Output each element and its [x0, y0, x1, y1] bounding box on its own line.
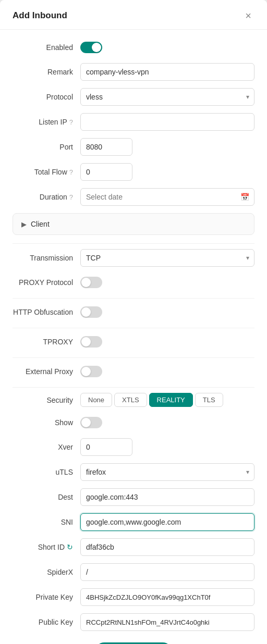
- sni-label: SNI: [13, 518, 80, 526]
- remark-label: Remark: [13, 68, 80, 76]
- modal-title: Add Inbound: [13, 10, 67, 21]
- xver-row: Xver: [13, 438, 254, 456]
- close-icon-button[interactable]: ×: [242, 9, 254, 22]
- show-toggle[interactable]: [80, 417, 102, 428]
- transmission-row: Transmission TCP mKCP WebSocket HTTP/2 g…: [13, 249, 254, 267]
- divider-5: [13, 387, 254, 388]
- spiderx-input[interactable]: [80, 563, 254, 581]
- add-inbound-modal: Add Inbound × Enabled Remark Protocol vl…: [0, 0, 267, 644]
- short-id-row: Short ID ↻: [13, 538, 254, 556]
- external-proxy-toggle[interactable]: [80, 366, 102, 377]
- tproxy-row: TPROXY: [13, 333, 254, 350]
- enabled-row: Enabled: [13, 39, 254, 56]
- listen-ip-label: Listen IP ?: [13, 118, 80, 126]
- protocol-select-wrapper: vless vmess trojan shadowsocks ▾: [80, 88, 254, 106]
- private-key-row: Private Key: [13, 588, 254, 606]
- divider-3: [13, 328, 254, 328]
- private-key-input[interactable]: [80, 588, 254, 606]
- total-flow-input[interactable]: [80, 163, 132, 181]
- security-buttons-group: None XTLS REALITY TLS: [80, 393, 254, 407]
- security-row: Security None XTLS REALITY TLS: [13, 393, 254, 407]
- http-obfuscation-label: HTTP Obfuscation: [13, 308, 80, 316]
- duration-input[interactable]: [80, 188, 254, 206]
- security-reality-button[interactable]: REALITY: [149, 393, 193, 407]
- divider-4: [13, 357, 254, 358]
- refresh-icon[interactable]: ↻: [67, 543, 73, 551]
- sni-input[interactable]: [80, 513, 254, 531]
- http-obfuscation-row: HTTP Obfuscation: [13, 304, 254, 320]
- transmission-label: Transmission: [13, 254, 80, 262]
- protocol-label: Protocol: [13, 93, 80, 101]
- xver-label: Xver: [13, 443, 80, 451]
- external-proxy-row: External Proxy: [13, 363, 254, 380]
- total-flow-row: Total Flow ?: [13, 163, 254, 181]
- utls-select[interactable]: firefox chrome safari ios android: [80, 463, 254, 481]
- modal-header: Add Inbound ×: [0, 0, 267, 30]
- xver-input[interactable]: [80, 438, 132, 456]
- total-flow-help-icon: ?: [69, 168, 73, 176]
- sni-row: SNI: [13, 513, 254, 531]
- http-obfuscation-toggle[interactable]: [80, 306, 102, 318]
- proxy-protocol-row: PROXY Protocol: [13, 274, 254, 291]
- short-id-label: Short ID ↻: [13, 543, 80, 551]
- transmission-select[interactable]: TCP mKCP WebSocket HTTP/2 gRPC: [80, 249, 254, 267]
- port-input[interactable]: [80, 138, 132, 156]
- chevron-right-icon: ▶: [21, 220, 27, 228]
- spiderx-row: SpiderX: [13, 563, 254, 581]
- external-proxy-label: External Proxy: [13, 367, 80, 376]
- proxy-protocol-toggle[interactable]: [80, 277, 102, 288]
- remark-row: Remark: [13, 63, 254, 81]
- show-row: Show: [13, 414, 254, 431]
- public-key-input[interactable]: [80, 613, 254, 631]
- utls-row: uTLS firefox chrome safari ios android ▾: [13, 463, 254, 481]
- client-section[interactable]: ▶ Client: [13, 213, 254, 235]
- security-none-button[interactable]: None: [80, 393, 112, 407]
- total-flow-label: Total Flow ?: [13, 168, 80, 176]
- public-key-row: Public Key: [13, 613, 254, 631]
- duration-row: Duration ? 📅: [13, 188, 254, 206]
- utls-label: uTLS: [13, 468, 80, 476]
- listen-ip-row: Listen IP ?: [13, 113, 254, 131]
- dest-row: Dest: [13, 488, 254, 506]
- dest-label: Dest: [13, 493, 80, 501]
- protocol-row: Protocol vless vmess trojan shadowsocks …: [13, 88, 254, 106]
- security-xtls-button[interactable]: XTLS: [114, 393, 147, 407]
- enabled-label: Enabled: [13, 43, 80, 52]
- proxy-protocol-label: PROXY Protocol: [13, 278, 80, 287]
- security-label: Security: [13, 396, 80, 404]
- divider-1: [13, 243, 254, 244]
- divider-2: [13, 298, 254, 299]
- duration-help-icon: ?: [69, 193, 73, 201]
- show-label: Show: [13, 418, 80, 427]
- short-id-input-wrapper: [80, 538, 254, 556]
- tproxy-toggle[interactable]: [80, 336, 102, 348]
- dest-input[interactable]: [80, 488, 254, 506]
- enabled-toggle[interactable]: [80, 42, 102, 53]
- port-row: Port: [13, 138, 254, 156]
- port-label: Port: [13, 143, 80, 151]
- duration-date-wrapper: 📅: [80, 188, 254, 206]
- listen-ip-help-icon: ?: [69, 118, 73, 126]
- security-tls-button[interactable]: TLS: [195, 393, 223, 407]
- private-key-label: Private Key: [13, 593, 80, 601]
- spiderx-label: SpiderX: [13, 568, 80, 576]
- utls-select-wrapper: firefox chrome safari ios android ▾: [80, 463, 254, 481]
- calendar-icon: 📅: [240, 193, 249, 201]
- client-section-label: Client: [31, 220, 50, 228]
- public-key-label: Public Key: [13, 618, 80, 626]
- modal-body: Enabled Remark Protocol vless vmess troj…: [0, 30, 267, 644]
- listen-ip-input[interactable]: [80, 113, 254, 131]
- tproxy-label: TPROXY: [13, 338, 80, 346]
- remark-input[interactable]: [80, 63, 254, 81]
- protocol-select[interactable]: vless vmess trojan shadowsocks: [80, 88, 254, 106]
- transmission-select-wrapper: TCP mKCP WebSocket HTTP/2 gRPC ▾: [80, 249, 254, 267]
- short-id-input[interactable]: [80, 538, 254, 556]
- duration-label: Duration ?: [13, 193, 80, 201]
